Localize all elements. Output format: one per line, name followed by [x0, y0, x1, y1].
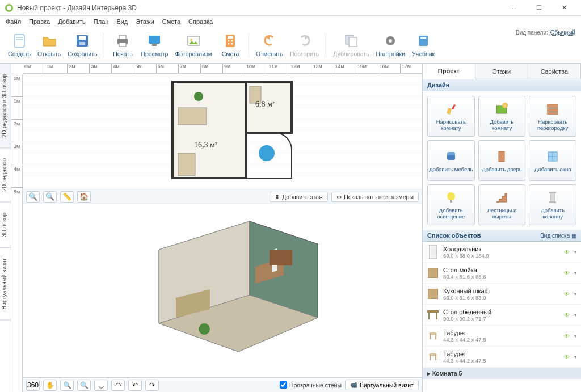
vtab-3d[interactable]: 3D-обзор [0, 203, 11, 248]
chair-icon [443, 149, 459, 165]
svg-text:+: + [504, 103, 507, 108]
tilt-up-button[interactable]: ◠ [111, 380, 125, 391]
menubar: Файл Правка Добавить План Вид Этажи Смет… [0, 16, 581, 27]
vtab-virtual[interactable]: Виртуальный визит [0, 248, 11, 321]
chevron-down-icon[interactable]: ▾ [574, 334, 576, 339]
stairs-cutouts-button[interactable]: Лестницы и вырезы [478, 184, 526, 225]
home-button[interactable]: 🏠 [77, 191, 91, 203]
tilt-down-button[interactable]: ◡ [94, 380, 108, 391]
list-item[interactable]: Табурет44.3 x 44.2 x 47.5👁▾ [423, 326, 581, 347]
draw-partition-button[interactable]: Нарисовать перегородку [529, 96, 576, 137]
menu-plan[interactable]: План [94, 18, 109, 25]
photoreal-button[interactable]: Фотореализм [171, 32, 216, 58]
draw-room-button[interactable]: Нарисовать комнату [427, 96, 475, 137]
add-lighting-button[interactable]: Добавить освещение [427, 184, 475, 225]
transparent-walls-checkbox[interactable]: Прозрачные стены [280, 381, 342, 389]
add-room-button[interactable]: +Добавить комнату [478, 96, 526, 137]
zoom-in-2d-button[interactable]: 🔍 [43, 191, 57, 203]
visibility-icon[interactable]: 👁 [564, 249, 570, 255]
svg-point-18 [231, 40, 233, 42]
panel-view-link[interactable]: Обычный [550, 29, 575, 36]
menu-floors[interactable]: Этажи [136, 18, 154, 25]
tab-properties[interactable]: Свойства [528, 64, 581, 79]
chevron-down-icon[interactable]: ▾ [574, 355, 576, 360]
close-button[interactable]: ✕ [551, 1, 576, 15]
rotate-left-button[interactable]: ↶ [128, 380, 142, 391]
chevron-down-icon[interactable]: ▾ [574, 292, 576, 297]
rotate-360-button[interactable]: 360 [26, 380, 40, 391]
minimize-button[interactable]: – [502, 1, 527, 15]
chevron-down-icon[interactable]: ▾ [574, 250, 576, 255]
list-item[interactable]: Стол-мойка80.4 x 61.6 x 86.6👁▾ [423, 263, 581, 284]
tab-floors[interactable]: Этажи [475, 64, 528, 79]
menu-add[interactable]: Добавить [58, 18, 86, 25]
list-item[interactable]: Стол обеденный90.0 x 90.2 x 71.7👁▾ [423, 305, 581, 326]
room-icon: + [494, 101, 510, 117]
undo-button[interactable]: Отменить [252, 32, 287, 58]
list-item[interactable]: Табурет44.3 x 44.2 x 47.5👁▾ [423, 347, 581, 368]
add-door-button[interactable]: Добавить дверь [478, 140, 526, 181]
add-floor-button[interactable]: ⬍Добавить этаж [270, 192, 328, 202]
duplicate-button[interactable]: Дублировать [330, 32, 372, 58]
sink-table-icon [427, 265, 439, 280]
preview-button[interactable]: Просмотр [137, 32, 171, 58]
design-grid: Нарисовать комнату +Добавить комнату Нар… [423, 91, 581, 230]
pan-button[interactable]: ✋ [43, 380, 57, 391]
room-group-row[interactable]: ▸ Комната 5 [423, 368, 581, 379]
svg-rect-2 [14, 35, 24, 47]
list-item[interactable]: Холодильник60.0 x 68.0 x 184.9👁▾ [423, 242, 581, 263]
menu-estimate[interactable]: Смета [162, 18, 180, 25]
bulb-icon [443, 189, 459, 205]
add-furniture-button[interactable]: Добавить мебель [427, 140, 475, 181]
vtab-2d-3d[interactable]: 2D-редактор и 3D-обзор [0, 64, 11, 148]
svg-rect-11 [149, 36, 160, 44]
measure-button[interactable]: 📏 [60, 191, 74, 203]
zoom-in-3d-button[interactable]: 🔍 [77, 380, 91, 391]
camera-icon: 📹 [350, 381, 357, 389]
virtual-visit-button[interactable]: 📹Виртуальный визит [345, 380, 419, 390]
zoom-out-2d-button[interactable]: 🔍 [26, 191, 40, 203]
add-column-button[interactable]: Добавить колонну [529, 184, 576, 225]
panel-view-label: Вид панели:Обычный [516, 29, 575, 36]
plan-3d-view[interactable]: 360 ✋ 🔍 🔍 ◡ ◠ ↶ ↷ Прозрачные стены 📹Вирт… [23, 204, 422, 392]
svg-rect-10 [119, 43, 126, 47]
toolbar-3d: 360 ✋ 🔍 🔍 ◡ ◠ ↶ ↷ Прозрачные стены 📹Вирт… [23, 377, 422, 392]
redo-button[interactable]: Повторить [287, 32, 322, 58]
show-dims-button[interactable]: ⇹Показывать все размеры [331, 192, 419, 202]
zoom-out-3d-button[interactable]: 🔍 [60, 380, 74, 391]
print-button[interactable]: Печать [108, 32, 137, 58]
svg-point-33 [194, 92, 203, 101]
estimate-button[interactable]: Смета [216, 32, 245, 58]
ruler-horizontal: 0м1м2м3м4м5м6м7м8м9м10м11м12м13м14м15м16… [23, 64, 422, 74]
save-button[interactable]: Сохранить [64, 32, 100, 58]
list-view-toggle[interactable]: Вид списка ▦ [540, 233, 576, 239]
menu-file[interactable]: Файл [6, 18, 21, 25]
menu-edit[interactable]: Правка [29, 18, 50, 25]
menu-help[interactable]: Справка [188, 18, 213, 25]
visibility-icon[interactable]: 👁 [564, 333, 570, 339]
vtab-2d[interactable]: 2D-редактор [0, 148, 11, 203]
list-item[interactable]: Кухонный шкаф63.0 x 61.6 x 83.0👁▾ [423, 284, 581, 305]
visibility-icon[interactable]: 👁 [564, 291, 570, 297]
room1-area-label: 16,3 м² [194, 141, 217, 149]
open-button[interactable]: Открыть [34, 32, 64, 58]
visibility-icon[interactable]: 👁 [564, 354, 570, 360]
create-button[interactable]: Создать [5, 32, 34, 58]
menu-view[interactable]: Вид [116, 18, 128, 25]
settings-button[interactable]: Настройки [373, 32, 409, 58]
save-icon [73, 33, 91, 49]
plan-2d-view[interactable]: 16,3 м² 6,8 м² 🔍 🔍 📏 🏠 ⬍Добавить этаж ⇹П… [23, 74, 422, 204]
toolbar-2d: 🔍 🔍 📏 🏠 ⬍Добавить этаж ⇹Показывать все р… [23, 189, 422, 204]
visibility-icon[interactable]: 👁 [564, 312, 570, 318]
visibility-icon[interactable]: 👁 [564, 270, 570, 276]
tab-project[interactable]: Проект [423, 64, 475, 79]
tutorial-button[interactable]: Учебник [409, 32, 438, 58]
rotate-right-button[interactable]: ↷ [145, 380, 159, 391]
chevron-down-icon[interactable]: ▾ [574, 313, 576, 318]
add-window-button[interactable]: Добавить окно [529, 140, 576, 181]
chevron-down-icon[interactable]: ▾ [574, 271, 576, 276]
calculator-icon [221, 33, 239, 49]
maximize-button[interactable]: ☐ [527, 1, 551, 15]
svg-point-20 [231, 43, 233, 45]
svg-rect-3 [16, 37, 23, 38]
